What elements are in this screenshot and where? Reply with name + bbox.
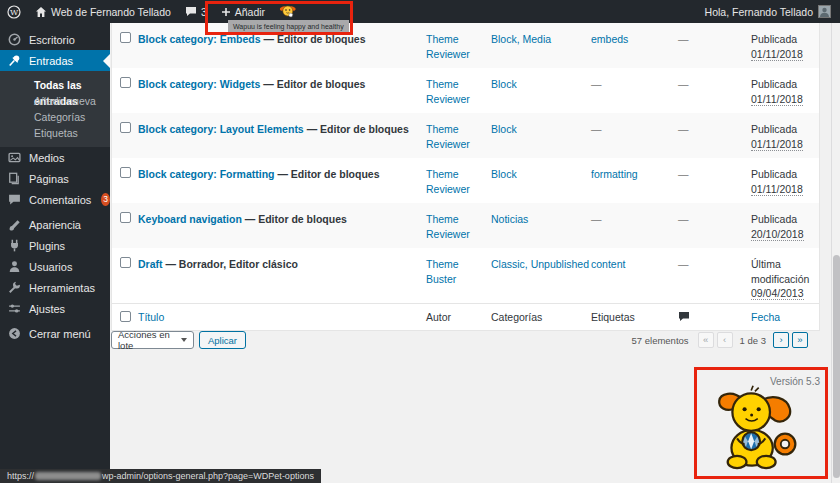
tags-dash: — — [591, 123, 602, 135]
submenu-anadir-nueva[interactable]: Añadir nueva — [0, 93, 110, 109]
admin-sidebar: Escritorio Entradas Todas las entradas A… — [0, 23, 110, 483]
date-status: Publicada — [751, 33, 797, 45]
sidebar-label: Escritorio — [29, 34, 75, 46]
post-state: — Borrador, Editor clásico — [163, 258, 298, 270]
settings-icon — [8, 302, 21, 315]
admin-bar-comments[interactable]: 3 — [178, 0, 214, 23]
row-checkbox[interactable] — [120, 122, 131, 133]
apply-button[interactable]: Aplicar — [199, 331, 246, 349]
submenu-etiquetas[interactable]: Etiquetas — [0, 125, 110, 141]
sidebar-item-apariencia[interactable]: Apariencia — [0, 214, 110, 235]
tags-link[interactable]: formatting — [591, 168, 638, 180]
browser-scrollbar-thumb[interactable] — [833, 255, 840, 478]
post-title-link[interactable]: Block category: Widgets — [138, 78, 260, 90]
prev-page-button[interactable]: ‹ — [717, 332, 733, 348]
table-row: Block category: Embeds — Editor de bloqu… — [112, 23, 819, 68]
row-checkbox[interactable] — [120, 32, 131, 43]
sidebar-label: Medios — [29, 152, 64, 164]
media-icon — [8, 151, 21, 164]
sidebar-item-escritorio[interactable]: Escritorio — [0, 29, 110, 50]
post-state: — Editor de bloques — [304, 123, 409, 135]
next-page-button[interactable]: › — [773, 332, 789, 348]
sort-title-link[interactable]: Título — [138, 311, 164, 323]
comments-dash: — — [678, 213, 689, 225]
sidebar-label: Páginas — [29, 173, 69, 185]
column-header-tags: Etiquetas — [591, 311, 678, 323]
sort-date-link[interactable]: Fecha — [751, 311, 780, 323]
post-state: — Editor de bloques — [261, 33, 366, 45]
avatar-silhouette-icon — [819, 6, 830, 17]
row-checkbox[interactable] — [120, 77, 131, 88]
date-value: 01/11/2018 — [751, 48, 803, 61]
first-page-button[interactable]: « — [698, 332, 714, 348]
items-count: 57 elementos — [632, 335, 689, 346]
pages-icon — [8, 172, 21, 185]
sidebar-item-cerrar-menu[interactable]: Cerrar menú — [0, 323, 110, 344]
post-title-link[interactable]: Block category: Formatting — [138, 168, 275, 180]
sidebar-item-usuarios[interactable]: Usuarios — [0, 256, 110, 277]
sidebar-item-ajustes[interactable]: Ajustes — [0, 298, 110, 319]
posts-list-table: Block category: Embeds — Editor de bloqu… — [111, 23, 820, 331]
post-title-link[interactable]: Block category: Embeds — [138, 33, 261, 45]
submenu-todas-las-entradas[interactable]: Todas las entradas — [0, 77, 110, 93]
sidebar-item-herramientas[interactable]: Herramientas — [0, 277, 110, 298]
last-page-button[interactable]: » — [792, 332, 808, 348]
sidebar-item-paginas[interactable]: Páginas — [0, 168, 110, 189]
sidebar-label: Apariencia — [29, 219, 81, 231]
plus-icon — [221, 7, 231, 17]
link-preview-statusbar: https:// wp-admin/options-general.php?pa… — [0, 469, 321, 483]
author-link[interactable]: Theme Reviewer — [426, 33, 470, 60]
row-checkbox[interactable] — [120, 212, 131, 223]
author-link[interactable]: Theme Reviewer — [426, 168, 470, 195]
tags-link[interactable]: embeds — [591, 33, 628, 45]
users-icon — [8, 260, 21, 273]
bulk-actions-select[interactable]: Acciones en lote — [111, 331, 194, 349]
categories-link[interactable]: Classic, Unpublished — [491, 258, 589, 270]
author-link[interactable]: Theme Reviewer — [426, 78, 470, 105]
tags-dash: — — [591, 213, 602, 225]
wordpress-logo-menu[interactable]: W — [0, 0, 28, 23]
comment-bubble-icon — [185, 6, 197, 17]
plugins-icon — [8, 239, 21, 252]
date-value: 20/10/2018 — [751, 228, 804, 241]
categories-link[interactable]: Noticias — [491, 213, 528, 225]
author-link[interactable]: Theme Buster — [426, 258, 459, 285]
sidebar-item-entradas[interactable]: Entradas — [0, 50, 110, 71]
date-value: 09/04/2013 — [751, 287, 804, 300]
tags-link[interactable]: content — [591, 258, 625, 270]
select-all-checkbox[interactable] — [120, 311, 131, 322]
post-title-link[interactable]: Keyboard navigation — [138, 213, 242, 225]
url-suffix: wp-admin/options-general.php?page=WDPet-… — [102, 469, 314, 483]
browser-scrollbar-track[interactable] — [831, 23, 840, 483]
comments-count-badge: 3 — [101, 193, 110, 206]
sidebar-label: Cerrar menú — [29, 328, 91, 340]
admin-bar-comment-count: 3 — [201, 6, 207, 18]
table-row: Block category: Layout Elements — Editor… — [112, 113, 819, 158]
categories-link[interactable]: Block — [491, 123, 517, 135]
categories-link[interactable]: Block — [491, 168, 517, 180]
bulk-actions-selected-option: Acciones en lote — [118, 329, 181, 351]
sidebar-item-medios[interactable]: Medios — [0, 147, 110, 168]
tags-dash: — — [591, 78, 602, 90]
categories-link[interactable]: Block — [491, 78, 517, 90]
table-row: Draft — Borrador, Editor clásico Theme B… — [112, 248, 819, 303]
tools-icon — [8, 281, 21, 294]
greeting-label[interactable]: Hola, Fernando Tellado — [705, 6, 813, 18]
row-checkbox[interactable] — [120, 167, 131, 178]
author-link[interactable]: Theme Reviewer — [426, 213, 470, 240]
avatar[interactable] — [818, 5, 831, 18]
row-checkbox[interactable] — [120, 257, 131, 268]
site-name-link[interactable]: Web de Fernando Tellado — [28, 0, 178, 23]
categories-link[interactable]: Block, Media — [491, 33, 551, 45]
wordpress-logo-icon: W — [7, 5, 21, 19]
sidebar-item-plugins[interactable]: Plugins — [0, 235, 110, 256]
sidebar-label: Ajustes — [29, 303, 65, 315]
author-link[interactable]: Theme Reviewer — [426, 123, 470, 150]
comments-dash: — — [678, 78, 689, 90]
svg-text:W: W — [10, 8, 19, 17]
submenu-categorias[interactable]: Categorías — [0, 109, 110, 125]
date-value: 01/11/2018 — [751, 138, 803, 151]
post-title-link[interactable]: Block category: Layout Elements — [138, 123, 304, 135]
post-title-link[interactable]: Draft — [138, 258, 163, 270]
sidebar-item-comentarios[interactable]: Comentarios 3 — [0, 189, 110, 210]
